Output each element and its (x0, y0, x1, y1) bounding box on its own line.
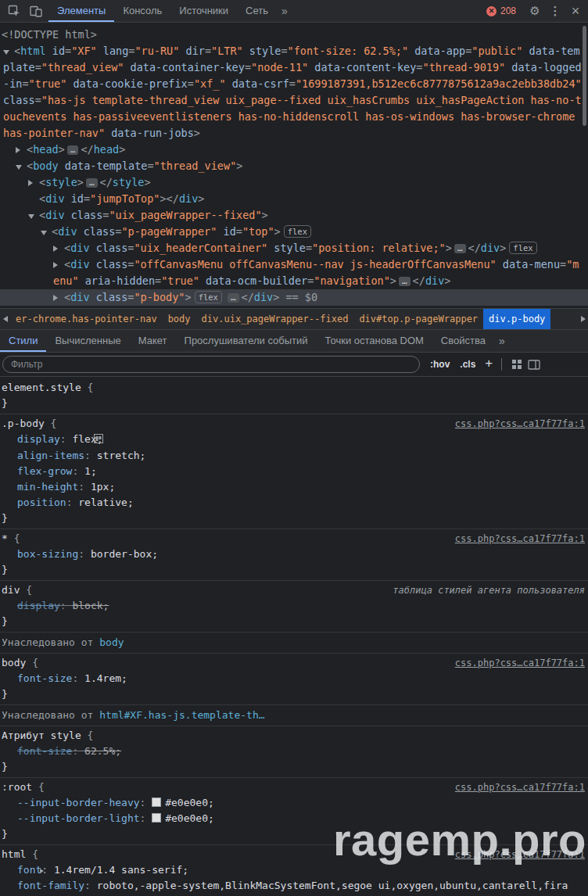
css-property[interactable]: font: 1.4rem/1.4 sans-serif; (2, 862, 585, 878)
css-property[interactable]: align-items: stretch; (2, 448, 585, 464)
settings-gear-icon[interactable]: ⚙ (525, 2, 544, 20)
css-property[interactable]: --input-border-heavy: #e0e0e0; (2, 795, 585, 811)
more-panels-icon[interactable]: » (277, 5, 292, 17)
crumb-scroll-right-icon[interactable] (578, 309, 588, 329)
breadcrumb-items: er-chrome.has-pointer-navbodydiv.uix_pag… (10, 309, 550, 329)
element-classes-button[interactable]: .cls (460, 359, 475, 370)
css-property[interactable]: font-size: 1.4rem; (2, 671, 585, 686)
error-count: 208 (500, 5, 516, 16)
dom-tree-row[interactable]: <body data-template="thread_view"> (0, 158, 588, 174)
crumb-body[interactable]: body (163, 309, 196, 329)
expand-ellipsis-button[interactable]: … (228, 293, 239, 303)
css-property[interactable]: display: flex; (2, 432, 585, 448)
close-icon[interactable]: × (566, 2, 585, 20)
rule-selector[interactable]: div (2, 584, 20, 596)
menu-dots-icon[interactable]: ⋮ (546, 2, 565, 20)
tab-dom-breakpoints[interactable]: Точки останова DOM (317, 330, 432, 352)
css-property[interactable]: box-sizing: border-box; (2, 547, 585, 562)
collapse-arrow-icon[interactable] (3, 43, 14, 59)
expand-ellipsis-button[interactable]: … (454, 244, 466, 253)
inherited-node-link[interactable]: body (99, 636, 124, 648)
rule-selector[interactable]: html (2, 848, 26, 860)
device-toolbar-icon[interactable] (27, 2, 45, 20)
stylesheet-link[interactable]: css.php?css…ca17f77fa:1 (455, 531, 585, 547)
sidebar-tab-items: СтилиВычисленныеМакетПрослушиватели собы… (0, 330, 494, 352)
flex-badge[interactable]: flex (284, 225, 311, 238)
expand-arrow-icon[interactable] (28, 174, 39, 191)
tab-event-listeners[interactable]: Прослушиватели событий (176, 330, 317, 352)
css-property[interactable]: min-height: 1px; (2, 479, 585, 495)
inherited-node-link[interactable]: html#XF.has-js.template-th… (99, 709, 264, 721)
crumb-scroll-left-icon[interactable] (0, 309, 10, 329)
dom-tree-row[interactable]: <div class="p-body">flex…</div> == $0 (0, 289, 588, 306)
rule-selector[interactable]: :root (2, 781, 32, 793)
crumb-has-pointer-nav[interactable]: er-chrome.has-pointer-nav (10, 309, 163, 329)
tab-console[interactable]: Консоль (114, 0, 170, 22)
collapse-arrow-icon[interactable] (16, 158, 27, 174)
css-property[interactable]: position: relative; (2, 495, 585, 511)
dom-tree-row[interactable]: <style>…</style> (0, 174, 588, 191)
dom-tree-row[interactable]: <div id="jumpToTop"></div> (0, 191, 588, 207)
dom-tree-row[interactable]: <div class="uix_pageWrapper--fixed"> (0, 207, 588, 224)
tab-elements[interactable]: Элементы (48, 0, 114, 22)
more-sidebar-tabs-icon[interactable]: » (494, 335, 510, 347)
styles-filter-input[interactable] (2, 356, 420, 373)
expand-ellipsis-button[interactable]: … (399, 277, 411, 286)
tab-computed[interactable]: Вычисленные (46, 330, 129, 352)
tab-sources[interactable]: Источники (170, 0, 237, 22)
computed-styles-sidebar-toggle-icon[interactable] (525, 357, 543, 372)
color-swatch[interactable] (152, 813, 161, 823)
dom-tree-row[interactable]: <!DOCTYPE html> (0, 27, 588, 43)
dom-tree-row[interactable]: <div class="uix_headerContainer" style="… (0, 240, 588, 256)
dom-tree-row[interactable]: <div class="p-pageWrapper" id="top">flex (0, 224, 588, 240)
error-badge[interactable]: ✕ 208 (486, 5, 516, 16)
dom-tree-row[interactable]: <div class="offCanvasMenu offCanvasMenu-… (0, 256, 588, 289)
toolbar-right: ✕ 208 ⚙ ⋮ × (486, 2, 588, 20)
crumb-top-p-pagewrapper[interactable]: div#top.p-pageWrapper (353, 309, 483, 329)
expand-arrow-icon[interactable] (53, 289, 64, 306)
color-swatch[interactable] (152, 797, 161, 807)
css-property[interactable]: font-family: roboto,-apple-system,BlinkM… (2, 878, 585, 896)
rule-selector[interactable]: body (2, 657, 26, 668)
stylesheet-link[interactable]: css.php?css…ca17f77fa:1 (455, 416, 585, 432)
rule-selector[interactable]: element.style (2, 382, 81, 393)
rule-close-brace: } (2, 759, 585, 775)
inspect-icon[interactable] (5, 2, 23, 20)
stylesheet-link[interactable]: css.php?css…ca17f77fa:1 (455, 655, 585, 671)
dom-tree-row[interactable]: <html id="XF" lang="ru-RU" dir="LTR" sty… (0, 43, 588, 142)
crumb-p-body[interactable]: div.p-body (483, 309, 550, 329)
tab-styles[interactable]: Стили (0, 330, 46, 352)
flex-badge[interactable]: flex (195, 291, 222, 303)
expand-arrow-icon[interactable] (53, 256, 64, 273)
expand-ellipsis-button[interactable]: … (86, 178, 98, 188)
scrollbar-thumb[interactable] (583, 26, 586, 126)
stylesheet-link[interactable]: css.php?css…ca17f77fa:1 (455, 847, 585, 862)
tab-properties[interactable]: Свойства (432, 330, 494, 352)
collapse-arrow-icon[interactable] (41, 224, 52, 240)
elements-tree: <!DOCTYPE html><html id="XF" lang="ru-RU… (0, 23, 588, 308)
rule-selector-line: css.php?css…ca17f77fa:1:root { (2, 780, 585, 795)
css-property[interactable]: font-size: 62.5%; (2, 744, 585, 759)
rule-selector[interactable]: .p-body (2, 418, 45, 429)
new-style-rule-button[interactable]: + (485, 356, 493, 371)
rule-selector-line: таблица стилей агента пользователяdiv { (2, 582, 585, 598)
rule-selector[interactable]: Атрибут style (2, 729, 81, 741)
flex-badge[interactable]: flex (509, 242, 536, 254)
styles-filter-bar: :hov .cls + (0, 353, 588, 377)
tab-layout[interactable]: Макет (130, 330, 176, 352)
expand-ellipsis-button[interactable]: … (67, 145, 79, 155)
css-property[interactable]: --input-border-light: #e0e0e0; (2, 811, 585, 826)
toggle-element-state-button[interactable]: :hov (430, 359, 450, 370)
expand-arrow-icon[interactable] (53, 240, 64, 256)
css-property[interactable]: flex-grow: 1; (2, 464, 585, 479)
inherited-from-header: Унаследовано от html#XF.has-js.template-… (0, 705, 588, 726)
crumb-uix-pagewrapper-fixed[interactable]: div.uix_pageWrapper--fixed (196, 309, 354, 329)
stylesheet-link[interactable]: css.php?css…ca17f77fa:1 (455, 780, 585, 795)
rule-selector[interactable]: * (2, 532, 8, 544)
tab-network[interactable]: Сеть (237, 0, 277, 22)
rendering-emulations-icon[interactable] (508, 357, 525, 372)
collapse-arrow-icon[interactable] (28, 207, 39, 224)
expand-arrow-icon[interactable] (16, 142, 27, 158)
css-property[interactable]: display: block; (2, 598, 585, 614)
dom-tree-row[interactable]: <head>…</head> (0, 142, 588, 158)
